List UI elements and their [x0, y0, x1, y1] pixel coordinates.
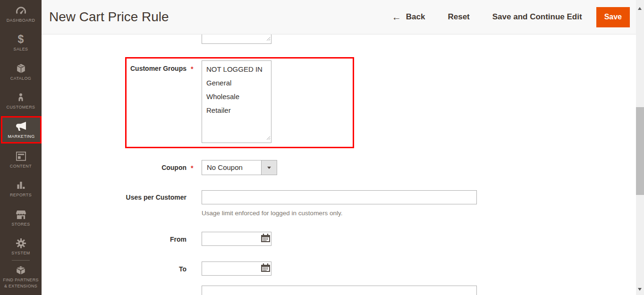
- customer-group-option[interactable]: NOT LOGGED IN: [202, 62, 271, 76]
- bottom-input-partial[interactable]: [202, 286, 477, 295]
- sidebar-item-label: SALES: [0, 46, 42, 52]
- calendar-icon: [261, 263, 271, 274]
- scrollbar-up-arrow-icon[interactable]: [638, 7, 642, 10]
- sidebar-item-find-partners-extensions[interactable]: FIND PARTNERS & EXTENSIONS: [0, 265, 42, 289]
- customer-group-option[interactable]: Retailer: [202, 103, 271, 117]
- uses-per-customer-input[interactable]: [202, 190, 477, 204]
- from-label: From: [42, 236, 186, 244]
- sidebar-item-label: MARKETING: [2, 134, 40, 139]
- main-content: New Cart Price Rule ← Back Reset Save an…: [42, 0, 636, 295]
- admin-sidebar: DASHBOARD $ SALES CATALOG CUSTOMERS MARK…: [0, 0, 42, 295]
- page-header: New Cart Price Rule ← Back Reset Save an…: [42, 0, 636, 34]
- stores-icon: [0, 209, 42, 219]
- resize-handle-icon[interactable]: [266, 34, 271, 43]
- coupon-select[interactable]: No Coupon: [202, 160, 277, 175]
- reset-button[interactable]: Reset: [448, 12, 469, 22]
- content-icon: [0, 151, 42, 161]
- to-label: To: [42, 265, 186, 273]
- catalog-icon: [0, 63, 42, 74]
- from-calendar-button[interactable]: [260, 234, 271, 244]
- save-button[interactable]: Save: [596, 7, 630, 27]
- customer-group-option[interactable]: Wholesale: [202, 90, 271, 103]
- back-button-label: Back: [406, 12, 425, 22]
- customer-group-option[interactable]: General: [202, 76, 271, 90]
- coupon-selected-value: No Coupon: [207, 160, 243, 175]
- customer-groups-label: Customer Groups: [42, 65, 186, 73]
- coupon-select-arrow-button[interactable]: [261, 160, 277, 175]
- description-textarea-partial[interactable]: [202, 34, 271, 44]
- resize-handle-icon[interactable]: [266, 134, 271, 142]
- sidebar-item-reports[interactable]: REPORTS: [0, 180, 42, 198]
- sidebar-item-label: CONTENT: [0, 163, 42, 169]
- scrollbar-down-arrow-icon[interactable]: [638, 288, 642, 291]
- sidebar-item-label: SYSTEM: [0, 250, 42, 256]
- sidebar-item-sales[interactable]: $ SALES: [0, 34, 42, 52]
- vertical-scrollbar[interactable]: [636, 0, 644, 295]
- back-arrow-icon: ←: [392, 12, 401, 22]
- sidebar-item-customers[interactable]: CUSTOMERS: [0, 92, 42, 110]
- sidebar-divider: [12, 260, 30, 261]
- sidebar-item-label: DASHBOARD: [0, 17, 42, 23]
- customer-groups-required-marker: *: [191, 65, 197, 73]
- coupon-required-marker: *: [191, 164, 197, 172]
- page-title: New Cart Price Rule: [49, 9, 169, 25]
- magento-admin-new-cart-price-rule-page: DASHBOARD $ SALES CATALOG CUSTOMERS MARK…: [0, 0, 644, 295]
- sidebar-item-label: STORES: [0, 221, 42, 227]
- to-calendar-button[interactable]: [260, 263, 271, 274]
- sidebar-item-marketing[interactable]: MARKETING: [1, 116, 42, 143]
- sidebar-item-catalog[interactable]: CATALOG: [0, 63, 42, 81]
- extensions-icon: [0, 265, 42, 275]
- save-and-continue-button[interactable]: Save and Continue Edit: [492, 12, 582, 22]
- sidebar-item-label: CUSTOMERS: [0, 104, 42, 110]
- marketing-icon: [2, 121, 40, 132]
- sidebar-item-dashboard[interactable]: DASHBOARD: [0, 5, 42, 23]
- customer-groups-multiselect[interactable]: NOT LOGGED IN General Wholesale Retailer: [202, 60, 271, 143]
- customers-icon: [0, 92, 42, 102]
- sidebar-item-label: CATALOG: [0, 76, 42, 81]
- reports-icon: [0, 180, 42, 190]
- sidebar-item-content[interactable]: CONTENT: [0, 151, 42, 169]
- calendar-icon: [261, 234, 271, 244]
- uses-per-customer-label: Uses per Customer: [42, 194, 186, 202]
- coupon-label: Coupon: [42, 164, 186, 172]
- system-icon: [0, 238, 42, 248]
- sidebar-item-label: FIND PARTNERS & EXTENSIONS: [0, 277, 42, 289]
- chevron-down-icon: [267, 167, 271, 169]
- uses-per-customer-note: Usage limit enforced for logged in custo…: [202, 210, 342, 217]
- sidebar-item-stores[interactable]: STORES: [0, 209, 42, 227]
- sidebar-item-label: REPORTS: [0, 192, 42, 198]
- scrollbar-thumb[interactable]: [636, 107, 644, 195]
- sidebar-item-system[interactable]: SYSTEM: [0, 238, 42, 256]
- back-button[interactable]: ← Back: [392, 12, 425, 22]
- sales-icon: $: [0, 34, 42, 44]
- dashboard-icon: [0, 5, 42, 16]
